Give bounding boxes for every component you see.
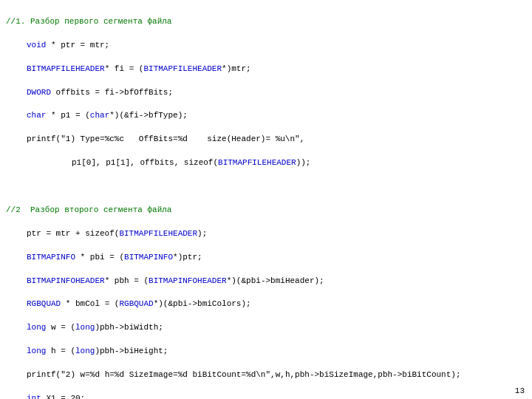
- comment2: //2 Разбор второго сегмента файла: [6, 205, 171, 214]
- page-number: 13: [515, 386, 525, 398]
- comment: //1. Разбор первого сегмента файла: [6, 17, 171, 26]
- code-container: //1. Разбор первого сегмента файла void …: [6, 4, 526, 399]
